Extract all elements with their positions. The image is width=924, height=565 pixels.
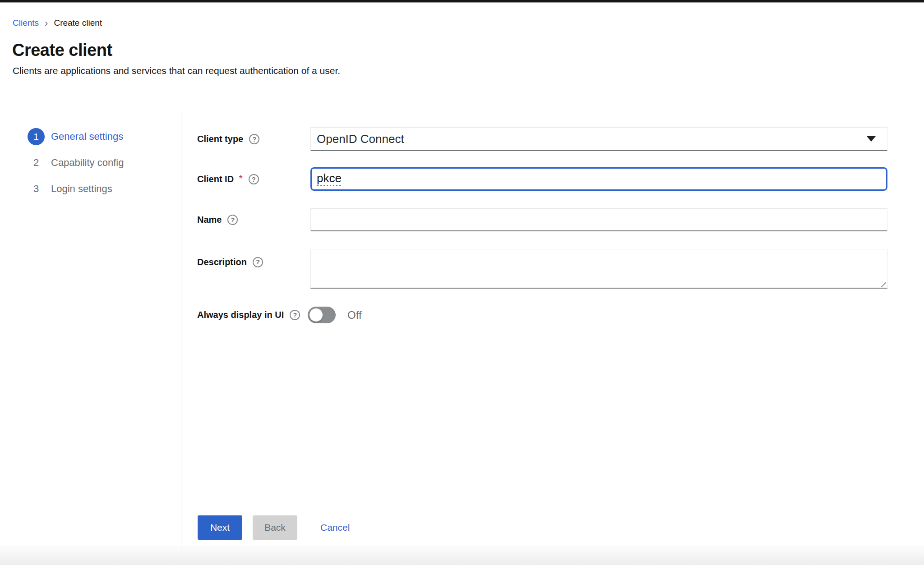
wizard-nav: 1 General settings 2 Capability config 3…: [27, 128, 124, 206]
step-number-badge: 1: [28, 128, 45, 145]
wizard-step-general-settings[interactable]: 1 General settings: [27, 128, 124, 146]
step-label: Login settings: [51, 183, 112, 195]
name-label-row: Name ?: [197, 208, 238, 231]
page-subtitle: Clients are applications and services th…: [13, 65, 340, 76]
cancel-link[interactable]: Cancel: [320, 515, 350, 540]
breadcrumb-clients-link[interactable]: Clients: [13, 18, 39, 28]
client-id-input[interactable]: [310, 167, 887, 191]
client-id-label: Client ID: [197, 174, 234, 184]
client-type-label: Client type: [197, 134, 243, 144]
step-label: Capability config: [51, 157, 124, 169]
always-display-label-row: Always display in UI ?: [197, 307, 300, 323]
dropdown-caret-icon: [867, 136, 876, 142]
breadcrumb-separator-icon: ›: [45, 19, 48, 28]
step-number: 3: [27, 180, 45, 198]
name-help-icon[interactable]: ?: [227, 215, 238, 225]
step-label: General settings: [51, 131, 123, 142]
client-id-help-icon[interactable]: ?: [249, 174, 259, 184]
toggle-state-label: Off: [347, 307, 362, 323]
always-display-help-icon[interactable]: ?: [290, 310, 300, 320]
always-display-toggle[interactable]: [308, 307, 336, 323]
wizard-step-login-settings[interactable]: 3 Login settings: [27, 180, 124, 198]
description-label: Description: [197, 257, 247, 267]
name-label: Name: [197, 215, 222, 225]
back-button[interactable]: Back: [253, 515, 297, 540]
client-type-help-icon[interactable]: ?: [249, 134, 259, 144]
client-id-label-row: Client ID * ?: [197, 168, 259, 190]
client-type-select[interactable]: OpenID Connect: [310, 127, 887, 151]
always-display-label: Always display in UI: [197, 310, 284, 320]
breadcrumb: Clients › Create client: [13, 18, 102, 28]
description-label-row: Description ?: [197, 255, 263, 269]
toggle-knob: [310, 308, 323, 322]
create-client-page: Clients › Create client Create client Cl…: [0, 0, 924, 565]
description-help-icon[interactable]: ?: [253, 257, 263, 267]
page-title: Create client: [12, 41, 112, 60]
next-button[interactable]: Next: [198, 515, 242, 540]
header-divider: [0, 94, 924, 94]
wizard-step-capability-config[interactable]: 2 Capability config: [27, 154, 124, 172]
window-chrome-bar: [0, 0, 924, 3]
name-input[interactable]: [310, 208, 887, 231]
footer-strip: [0, 547, 924, 565]
client-type-label-row: Client type ?: [197, 127, 259, 151]
step-number: 2: [27, 154, 45, 172]
breadcrumb-current: Create client: [54, 18, 102, 28]
required-indicator: *: [239, 173, 243, 184]
description-textarea[interactable]: [310, 249, 887, 289]
wizard-content-divider: [181, 111, 181, 557]
client-type-selected-value: OpenID Connect: [317, 132, 404, 146]
